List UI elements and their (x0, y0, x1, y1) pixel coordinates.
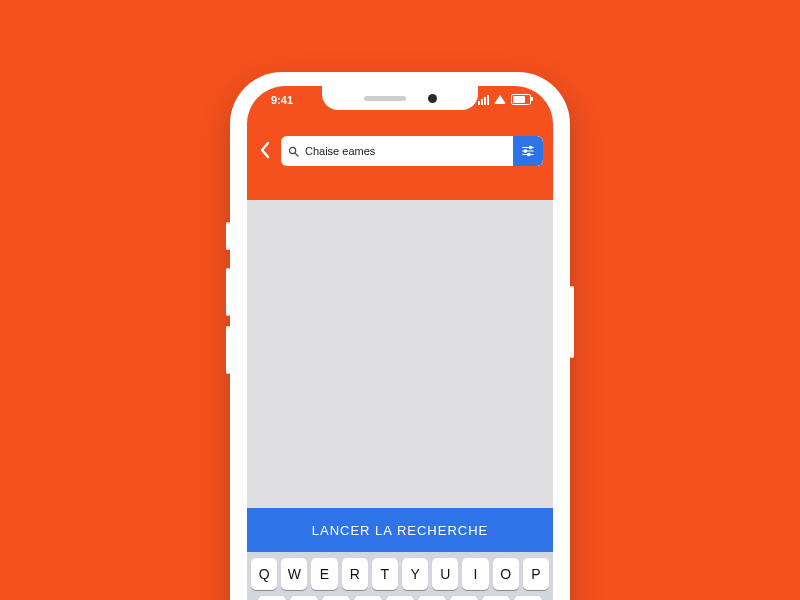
launch-search-button[interactable]: LANCER LA RECHERCHE (247, 508, 553, 552)
key-s[interactable]: S (290, 596, 318, 600)
key-u[interactable]: U (432, 558, 458, 590)
canvas: 9:41 (0, 0, 800, 600)
svg-point-6 (524, 150, 526, 152)
filter-button[interactable] (513, 136, 543, 166)
key-a[interactable]: A (258, 596, 286, 600)
key-j[interactable]: J (450, 596, 478, 600)
key-i[interactable]: I (462, 558, 488, 590)
key-e[interactable]: E (311, 558, 337, 590)
cellular-icon (478, 95, 489, 105)
wifi-icon (494, 95, 506, 104)
app-header: 9:41 (247, 86, 553, 200)
phone-screen: 9:41 (247, 86, 553, 600)
search-icon (281, 146, 305, 157)
key-y[interactable]: Y (402, 558, 428, 590)
key-l[interactable]: L (514, 596, 542, 600)
virtual-keyboard: QWERTYUIOP ASDFGHJKL ZXCVBNM 123 space (247, 552, 553, 600)
phone-power-button (570, 286, 574, 358)
notch-speaker (364, 96, 406, 101)
keyboard-row-2: ASDFGHJKL (251, 596, 549, 600)
search-input[interactable] (305, 145, 513, 157)
keyboard-row-1: QWERTYUIOP (251, 558, 549, 590)
back-button[interactable] (257, 141, 273, 162)
phone-notch (322, 86, 478, 110)
key-t[interactable]: T (372, 558, 398, 590)
phone-frame: 9:41 (230, 72, 570, 600)
notch-camera (428, 94, 437, 103)
key-q[interactable]: Q (251, 558, 277, 590)
results-panel (247, 200, 553, 508)
phone-volume-down (226, 326, 230, 374)
phone-volume-up (226, 268, 230, 316)
chevron-left-icon (259, 141, 271, 159)
key-d[interactable]: D (322, 596, 350, 600)
status-icons (478, 94, 531, 105)
svg-point-5 (529, 146, 531, 148)
phone-mute-switch (226, 222, 230, 250)
search-field-wrap[interactable] (281, 136, 543, 166)
key-p[interactable]: P (523, 558, 549, 590)
battery-icon (511, 94, 531, 105)
svg-point-7 (528, 153, 530, 155)
svg-line-1 (294, 152, 297, 155)
search-bar (257, 136, 543, 166)
key-w[interactable]: W (281, 558, 307, 590)
key-k[interactable]: K (482, 596, 510, 600)
sliders-icon (521, 144, 535, 158)
key-o[interactable]: O (493, 558, 519, 590)
key-g[interactable]: G (386, 596, 414, 600)
status-time: 9:41 (271, 94, 293, 106)
launch-search-label: LANCER LA RECHERCHE (312, 523, 489, 538)
key-h[interactable]: H (418, 596, 446, 600)
key-f[interactable]: F (354, 596, 382, 600)
key-r[interactable]: R (342, 558, 368, 590)
